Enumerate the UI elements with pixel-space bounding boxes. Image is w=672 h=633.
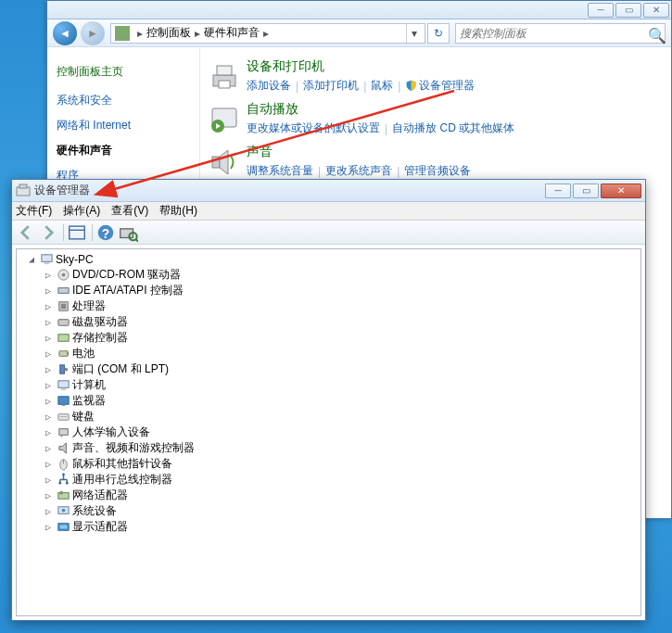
tree-node[interactable]: ▷网络适配器: [19, 487, 639, 503]
minimize-button[interactable]: ─: [588, 3, 614, 18]
expand-closed-icon[interactable]: ▷: [43, 270, 54, 280]
category-title[interactable]: 自动播放: [247, 101, 514, 118]
category-title[interactable]: 设备和打印机: [247, 58, 475, 75]
tree-node[interactable]: ▷存储控制器: [19, 330, 639, 346]
svg-point-41: [58, 482, 61, 485]
expand-closed-icon[interactable]: ▷: [43, 490, 54, 500]
cp-titlebar[interactable]: ─ ▭ ✕: [47, 1, 671, 19]
sidebar-item[interactable]: 系统和安全: [57, 93, 190, 108]
tree-node-label: 网络适配器: [72, 487, 128, 503]
sidebar-home[interactable]: 控制面板主页: [57, 64, 190, 80]
sound-icon: [206, 144, 243, 181]
tool-back[interactable]: [16, 222, 36, 243]
dm-menubar: 文件(F) 操作(A) 查看(V) 帮助(H): [12, 202, 645, 221]
search-box[interactable]: 🔍: [455, 23, 666, 44]
device-category-icon: [56, 488, 70, 503]
tree-node[interactable]: ▷计算机: [19, 377, 639, 393]
refresh-button[interactable]: ↻: [427, 23, 450, 44]
tool-show-hidden[interactable]: [67, 222, 87, 243]
cp-link[interactable]: 调整系统音量: [247, 163, 313, 179]
expand-closed-icon[interactable]: ▷: [43, 522, 54, 532]
tree-node[interactable]: ▷IDE ATA/ATAPI 控制器: [19, 283, 639, 298]
maximize-button[interactable]: ▭: [573, 184, 599, 198]
tree-node[interactable]: ▷电池: [19, 346, 639, 361]
cp-link-device-manager[interactable]: 设备管理器: [419, 78, 475, 94]
cp-link[interactable]: 鼠标: [371, 78, 393, 94]
close-button[interactable]: ✕: [643, 3, 669, 18]
expand-closed-icon[interactable]: ▷: [43, 443, 54, 453]
cp-link[interactable]: 自动播放 CD 或其他媒体: [392, 120, 514, 136]
tool-help[interactable]: ?: [95, 222, 116, 243]
cp-link[interactable]: 更改媒体或设备的默认设置: [247, 120, 380, 136]
expand-closed-icon[interactable]: ▷: [43, 506, 54, 516]
shield-icon: [405, 80, 417, 92]
expand-closed-icon[interactable]: ▷: [43, 411, 54, 422]
expand-closed-icon[interactable]: ▷: [43, 301, 54, 311]
dm-titlebar[interactable]: 设备管理器 ─ ▭ ✕: [12, 180, 645, 202]
dm-tree[interactable]: ◢ Sky-PC ▷DVD/CD-ROM 驱动器▷IDE ATA/ATAPI 控…: [16, 248, 641, 616]
cp-link[interactable]: 添加打印机: [303, 78, 359, 94]
tree-node[interactable]: ▷磁盘驱动器: [19, 314, 639, 330]
expand-open-icon[interactable]: ◢: [26, 254, 37, 264]
svg-rect-27: [67, 352, 69, 356]
chevron-right-icon: ▸: [195, 27, 200, 40]
back-button[interactable]: ◄: [53, 21, 77, 45]
tree-node[interactable]: ▷显示适配器: [19, 519, 639, 535]
maximize-button[interactable]: ▭: [615, 3, 641, 18]
menu-file[interactable]: 文件(F): [16, 203, 52, 219]
device-category-icon: [56, 457, 70, 472]
breadcrumb-seg[interactable]: 硬件和声音: [204, 25, 260, 41]
minimize-button[interactable]: ─: [545, 184, 571, 198]
search-icon[interactable]: 🔍: [648, 27, 661, 40]
tree-node[interactable]: ▷监视器: [19, 393, 639, 409]
tree-node-label: 通用串行总线控制器: [72, 472, 172, 487]
close-button[interactable]: ✕: [601, 184, 641, 198]
tree-node[interactable]: ▷通用串行总线控制器: [19, 472, 639, 487]
tree-node-label: 处理器: [72, 298, 106, 314]
tree-node[interactable]: ▷声音、视频和游戏控制器: [19, 440, 639, 456]
menu-view[interactable]: 查看(V): [111, 203, 148, 219]
cp-link[interactable]: 管理音频设备: [404, 163, 471, 179]
tree-node[interactable]: ▷端口 (COM 和 LPT): [19, 361, 639, 377]
expand-closed-icon[interactable]: ▷: [43, 333, 54, 343]
expand-closed-icon[interactable]: ▷: [43, 427, 54, 437]
tree-root[interactable]: ◢ Sky-PC: [19, 251, 639, 267]
search-input[interactable]: [460, 27, 648, 40]
device-category-icon: [56, 299, 70, 314]
breadcrumb[interactable]: ▸ 控制面板 ▸ 硬件和声音 ▸ ▾: [110, 23, 425, 44]
device-category-icon: [56, 504, 70, 519]
control-panel-icon: [115, 26, 130, 41]
tree-node[interactable]: ▷系统设备: [19, 503, 639, 519]
forward-button[interactable]: ►: [81, 21, 105, 45]
svg-rect-24: [57, 320, 68, 326]
printer-icon: [206, 58, 243, 95]
expand-closed-icon[interactable]: ▷: [43, 459, 54, 469]
tool-forward[interactable]: [38, 222, 58, 243]
expand-closed-icon[interactable]: ▷: [43, 380, 54, 390]
menu-help[interactable]: 帮助(H): [159, 203, 197, 219]
expand-closed-icon[interactable]: ▷: [43, 285, 54, 296]
expand-closed-icon[interactable]: ▷: [43, 348, 54, 359]
category-title[interactable]: 声音: [247, 144, 471, 160]
tree-node[interactable]: ▷鼠标和其他指针设备: [19, 456, 639, 472]
menu-action[interactable]: 操作(A): [63, 203, 100, 219]
cp-link[interactable]: 添加设备: [247, 78, 291, 94]
tree-node[interactable]: ▷人体学输入设备: [19, 424, 639, 440]
cp-link[interactable]: 更改系统声音: [325, 163, 392, 179]
tree-node[interactable]: ▷键盘: [19, 409, 639, 424]
expand-closed-icon[interactable]: ▷: [43, 317, 54, 327]
tree-node[interactable]: ▷DVD/CD-ROM 驱动器: [19, 267, 639, 283]
tree-root-label: Sky-PC: [56, 253, 94, 266]
sidebar-item-active[interactable]: 硬件和声音: [57, 143, 190, 158]
device-category-icon: [56, 347, 70, 361]
tool-scan[interactable]: [118, 222, 138, 243]
svg-rect-6: [212, 157, 220, 168]
breadcrumb-seg[interactable]: 控制面板: [146, 25, 191, 41]
tree-node[interactable]: ▷处理器: [19, 298, 639, 314]
expand-closed-icon[interactable]: ▷: [43, 364, 54, 374]
sidebar-item[interactable]: 网络和 Internet: [57, 118, 190, 133]
breadcrumb-dropdown[interactable]: ▾: [406, 24, 421, 43]
expand-closed-icon[interactable]: ▷: [43, 396, 54, 406]
expand-closed-icon[interactable]: ▷: [43, 475, 54, 485]
svg-text:?: ?: [102, 226, 109, 240]
